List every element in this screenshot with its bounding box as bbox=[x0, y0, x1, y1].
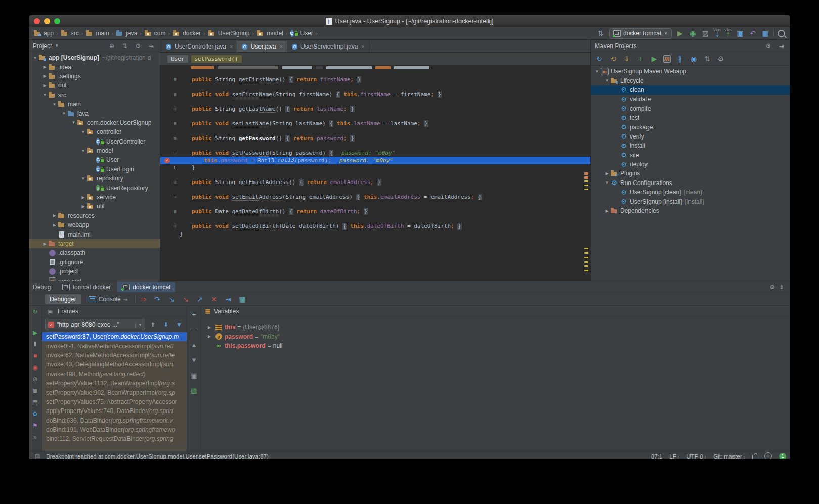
hide-icon[interactable]: ⇥ bbox=[147, 41, 156, 51]
pause-icon[interactable]: ‖ bbox=[31, 340, 39, 348]
expand-icon[interactable]: ▶ bbox=[51, 223, 58, 227]
code-line[interactable] bbox=[160, 171, 590, 179]
run-maven-goal-icon[interactable]: ▶ bbox=[650, 54, 659, 63]
breadcrumb-class-chip[interactable]: User bbox=[167, 55, 188, 63]
breadcrumb-member-chip[interactable]: setPassword() bbox=[191, 55, 242, 63]
code-line[interactable]: ⊞public String getLastName() { return la… bbox=[160, 106, 590, 113]
fold-collapse-icon[interactable]: ⊟ bbox=[174, 151, 176, 155]
project-tree-item[interactable]: main.iml bbox=[29, 230, 160, 239]
project-tree-item[interactable]: ▼src bbox=[29, 90, 160, 100]
expand-icon[interactable]: ▼ bbox=[80, 130, 87, 134]
show-execution-point-icon[interactable]: ⇒ bbox=[139, 295, 148, 304]
editor-tab-userserviceimpl-java[interactable]: CUserServiceImpl.java× bbox=[287, 41, 369, 52]
code-line[interactable]: ⊞public String getEmailAddress() { retur… bbox=[160, 179, 590, 187]
expand-icon[interactable]: ▼ bbox=[32, 56, 38, 60]
expand-icon[interactable]: ▼ bbox=[604, 78, 610, 83]
expand-icon[interactable]: ▶ bbox=[604, 171, 610, 176]
maven-tree-item[interactable]: ⚙verify bbox=[591, 132, 790, 141]
breakpoint-icon[interactable]: ✓ bbox=[164, 158, 170, 163]
maven-tree-item[interactable]: ⚙clean bbox=[591, 85, 790, 95]
new-watch-icon[interactable]: ▧ bbox=[190, 386, 199, 395]
code-line[interactable] bbox=[160, 142, 590, 150]
pin-icon[interactable]: ⚑ bbox=[31, 422, 39, 430]
code-line[interactable] bbox=[160, 215, 590, 223]
locate-icon[interactable]: ⊕ bbox=[107, 41, 116, 51]
variable-row[interactable]: ▶this = {User@8876} bbox=[201, 323, 790, 332]
fold-expand-icon[interactable]: ⊞ bbox=[174, 121, 176, 126]
frame-row[interactable]: invoke0:-1, NativeMethodAccessorImpl (su… bbox=[42, 341, 187, 350]
expand-icon[interactable]: ▼ bbox=[80, 149, 87, 153]
view-breakpoints-icon[interactable]: ◉ bbox=[31, 363, 39, 372]
build-button[interactable]: ▦ bbox=[761, 29, 770, 38]
undo-button[interactable]: ↶ bbox=[748, 29, 757, 38]
project-tree-item[interactable]: ▼main bbox=[29, 100, 160, 109]
close-tab-icon[interactable]: × bbox=[230, 43, 233, 50]
debug-session-tab-docker-tomcat[interactable]: docker tomcat bbox=[117, 282, 175, 292]
code-line[interactable] bbox=[160, 83, 590, 91]
variable-row[interactable]: ▶ppassword = "m0by" bbox=[201, 332, 790, 342]
project-tree-item[interactable]: ▼java bbox=[29, 109, 160, 118]
duplicate-watch-icon[interactable]: ▣ bbox=[190, 371, 199, 380]
resume-icon[interactable]: ▶ bbox=[31, 329, 39, 337]
expand-icon[interactable]: ▼ bbox=[70, 120, 77, 125]
frame-up-icon[interactable]: ⬆ bbox=[148, 320, 157, 329]
frame-down-icon[interactable]: ⬇ bbox=[161, 320, 170, 329]
project-tree-item[interactable]: ▼repository bbox=[29, 174, 160, 183]
more-icon[interactable]: » bbox=[31, 433, 39, 441]
maven-tree-item[interactable]: ▶Dependencies bbox=[591, 206, 790, 215]
expand-icon[interactable]: ▶ bbox=[206, 325, 212, 330]
maven-tree-item[interactable]: ⚙install bbox=[591, 141, 790, 150]
expand-icon[interactable]: ▶ bbox=[604, 209, 610, 213]
project-tree-item[interactable]: ▼app [UserSignup]~/git/registration-d bbox=[29, 53, 160, 62]
frame-row[interactable]: invoke:43, DelegatingMethodAccessorImpl … bbox=[42, 360, 187, 369]
expand-icon[interactable]: ▼ bbox=[51, 102, 58, 107]
settings-icon[interactable]: ⚙ bbox=[764, 41, 773, 51]
add-watch-icon[interactable]: + bbox=[190, 310, 199, 319]
breadcrumb-item-docker[interactable]: docker bbox=[171, 29, 202, 38]
debug-button[interactable]: ◉ bbox=[688, 29, 697, 38]
fold-expand-icon[interactable]: ⊞ bbox=[174, 209, 176, 214]
expand-icon[interactable]: ▼ bbox=[80, 176, 87, 181]
code-line[interactable]: ✓this.password = Rot13.rot13(password);p… bbox=[160, 157, 590, 164]
skip-tests-icon[interactable]: ∦ bbox=[675, 54, 684, 63]
frame-row[interactable]: doBind:191, WebDataBinder (org.springfra… bbox=[42, 425, 187, 434]
project-tree-item[interactable]: ▶resources bbox=[29, 211, 160, 220]
hide-icon[interactable]: ⇟ bbox=[777, 283, 786, 292]
move-up-icon[interactable]: ▲ bbox=[190, 340, 199, 349]
scrollbar-error-stripe[interactable] bbox=[584, 180, 588, 182]
breadcrumb-item-user[interactable]: CUser bbox=[289, 29, 315, 38]
close-tab-icon[interactable]: × bbox=[280, 43, 283, 50]
breadcrumb-item-java[interactable]: java bbox=[114, 29, 139, 38]
project-tree-item[interactable]: ▶.settings bbox=[29, 72, 160, 81]
project-tree-item[interactable]: mpom.xml bbox=[29, 276, 160, 281]
hector-inspections-icon[interactable]: ☺ bbox=[764, 452, 772, 459]
step-out-icon[interactable]: ↗ bbox=[195, 295, 204, 304]
fold-expand-icon[interactable]: ⊞ bbox=[174, 77, 176, 82]
fold-expand-icon[interactable]: ⊞ bbox=[174, 180, 176, 185]
code-line[interactable]: ⊞public void setDateOfBirth(Date dateOfB… bbox=[160, 223, 590, 231]
add-maven-project-icon[interactable]: + bbox=[636, 54, 645, 63]
rerun-icon[interactable]: ↻ bbox=[31, 308, 39, 316]
fold-expand-icon[interactable]: ⊞ bbox=[174, 195, 176, 199]
settings-icon[interactable]: ⚙ bbox=[134, 41, 143, 51]
run-button[interactable]: ▶ bbox=[675, 29, 684, 38]
breadcrumb-item-src[interactable]: src bbox=[59, 29, 80, 38]
debug-settings-icon[interactable]: ⚙ bbox=[31, 410, 39, 418]
code-line[interactable]: } bbox=[160, 164, 590, 172]
thread-dump-icon[interactable]: ◙ bbox=[31, 387, 39, 395]
project-tree-item[interactable]: ▼controller bbox=[29, 127, 160, 136]
fold-expand-icon[interactable]: ⊞ bbox=[174, 224, 176, 228]
zoom-window-button[interactable] bbox=[54, 18, 60, 24]
vcs-commit-button[interactable]: VCS⇡ bbox=[724, 29, 732, 38]
code-line[interactable] bbox=[160, 65, 590, 69]
maven-tree-item[interactable]: ⚙compile bbox=[591, 104, 790, 113]
code-line[interactable]: ⊞public String getFirstName() { return f… bbox=[160, 76, 590, 84]
code-line[interactable] bbox=[160, 186, 590, 194]
expand-icon[interactable]: ▼ bbox=[604, 180, 610, 185]
fold-expand-icon[interactable]: ⊞ bbox=[174, 136, 176, 141]
frame-row[interactable]: setPropertyValue:902, BeanWrapperImpl (o… bbox=[42, 388, 187, 397]
expand-icon[interactable]: ▶ bbox=[80, 195, 87, 200]
code-line[interactable] bbox=[160, 201, 590, 208]
frame-row[interactable]: invoke:498, Method (java.lang.reflect) bbox=[42, 370, 187, 379]
collapse-all-icon[interactable]: ⇅ bbox=[703, 54, 712, 63]
